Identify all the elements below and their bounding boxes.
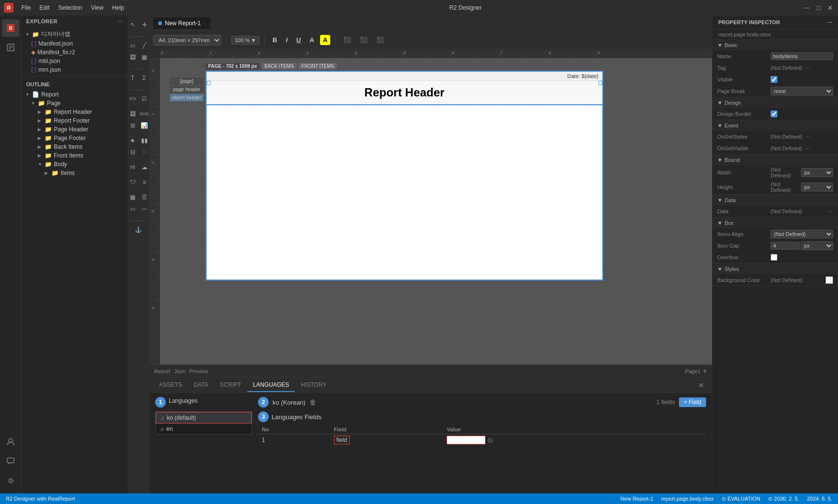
menu-file[interactable]: File <box>17 2 34 13</box>
activity-icon-explorer[interactable] <box>2 39 19 56</box>
move-tool[interactable]: ✛ <box>139 19 150 30</box>
tree-item-mbl-json[interactable]: { } mbl.json <box>21 57 128 65</box>
outline-item-page[interactable]: ▼ 📁 Page <box>21 99 128 108</box>
page-size-select[interactable]: A4, 210mm × 297mm <box>153 35 221 46</box>
outline-item-report-header[interactable]: ▶ 📁 Report Header <box>21 108 128 116</box>
line-tool[interactable]: ╱ <box>139 40 150 51</box>
activity-icon-chat[interactable] <box>2 453 19 470</box>
text-tool[interactable]: T <box>128 73 138 83</box>
close-button[interactable]: ✕ <box>826 4 834 12</box>
rect-tool[interactable]: ▭ <box>128 40 138 51</box>
dots-tool[interactable]: ⁙ <box>139 147 150 158</box>
itemsalign-select[interactable]: (Not Defined) <box>771 230 833 238</box>
maximize-button[interactable]: □ <box>815 4 822 12</box>
tree-item-manifest-r2[interactable]: ◈ Manifest_fix.r2 <box>21 48 128 57</box>
outline-item-report[interactable]: ▼ 📄 Report <box>21 90 128 99</box>
ongetstyles-dots[interactable]: ··· <box>804 133 811 140</box>
prop-section-bound-header[interactable]: ▼ Bound <box>712 155 838 165</box>
outline-item-page-header[interactable]: ▶ 📁 Page Header <box>21 125 128 134</box>
dash-tool[interactable]: — <box>139 204 150 214</box>
prop-section-event-header[interactable]: ▼ Event <box>712 120 838 131</box>
band-page-header[interactable]: page header <box>170 86 204 94</box>
lang-item-ko[interactable]: 𝓐 ko (default) <box>156 412 252 424</box>
visible-checkbox[interactable] <box>771 76 777 83</box>
underline-button[interactable]: U <box>293 35 304 45</box>
align-right-button[interactable]: ⬛ <box>373 35 387 45</box>
pagebreak-select[interactable]: none before after <box>771 87 833 95</box>
tag-dots[interactable]: ··· <box>804 64 811 71</box>
itemgap-input[interactable] <box>771 242 800 250</box>
editor-tab-report[interactable]: New Report-1 · <box>153 17 210 29</box>
back-items-btn[interactable]: BACK ITEMS <box>261 63 297 69</box>
activity-icon-user[interactable] <box>2 433 19 451</box>
heading-tool[interactable]: HI <box>128 162 138 173</box>
height-unit-select[interactable]: pxmm <box>801 183 834 191</box>
preview-tab[interactable]: Preview <box>189 368 208 374</box>
grid-tool[interactable]: ⊞ <box>128 120 138 131</box>
outline-item-back-items[interactable]: ▶ 📁 Back Items <box>21 142 128 151</box>
name-input[interactable] <box>771 52 833 60</box>
outline-item-items[interactable]: ▶ 📁 Items <box>21 169 128 177</box>
itemgap-unit-select[interactable]: pxmm <box>801 241 833 250</box>
band-page[interactable]: [page] <box>170 78 204 85</box>
menu-view[interactable]: View <box>87 2 107 13</box>
align-left-button[interactable]: ⬛ <box>340 35 354 45</box>
tree-item-root-folder[interactable]: ▼ 📁 디자이너앱 <box>21 29 128 39</box>
table-tool[interactable]: ▦ <box>139 52 150 63</box>
canvas-body[interactable] <box>207 105 602 280</box>
outline-item-body[interactable]: ▼ 📁 Body <box>21 160 128 169</box>
prop-section-basic-header[interactable]: ▼ Basic <box>712 40 838 50</box>
menu-help[interactable]: Help <box>108 2 128 13</box>
tree-item-mrn-json[interactable]: { } mrn.json <box>21 65 128 74</box>
bold-button[interactable]: B <box>270 35 280 45</box>
overflow-checkbox[interactable] <box>771 254 777 261</box>
cloud-tool[interactable]: ☁ <box>139 162 150 173</box>
list-tool[interactable]: ≡ <box>139 177 150 188</box>
list2-tool[interactable]: ☰ <box>139 192 150 203</box>
font-highlight-button[interactable]: A <box>320 35 330 45</box>
add-field-btn[interactable]: + Field <box>679 397 706 407</box>
menu-selection[interactable]: Selection <box>54 2 86 13</box>
outline-item-page-footer[interactable]: ▶ 📁 Page Footer <box>21 134 128 142</box>
font-color-button[interactable]: A <box>307 35 317 45</box>
activity-icon-app[interactable]: R <box>2 19 19 37</box>
image-tool[interactable]: 🖼 <box>128 52 138 63</box>
lang-item-en[interactable]: 𝓐 en <box>156 424 252 434</box>
outline-item-front-items[interactable]: ▶ 📁 Front Items <box>21 151 128 160</box>
prop-section-box-header[interactable]: ▼ Box <box>712 218 838 228</box>
delete-row-btn[interactable]: ⊙ <box>487 436 493 444</box>
width-unit-select[interactable]: pxmm <box>801 168 834 177</box>
bgcolor-color-btn[interactable] <box>825 276 833 284</box>
prop-section-design-header[interactable]: ▼ Design <box>712 97 838 108</box>
activity-icon-settings[interactable] <box>2 472 19 489</box>
select-tool[interactable]: ↖ <box>128 19 138 30</box>
img2-tool[interactable]: 🖼 <box>128 109 138 119</box>
table2-tool[interactable]: ▦ <box>128 192 138 203</box>
data-dots[interactable]: ··· <box>826 208 833 215</box>
report-tab[interactable]: Report <box>154 368 170 374</box>
front-items-btn[interactable]: FRONT ITEMS <box>299 63 338 69</box>
zoom-control[interactable]: 100 % ▼ <box>231 36 259 45</box>
json-tab[interactable]: Json <box>174 368 185 374</box>
designborder-checkbox[interactable] <box>771 110 777 117</box>
tab-close-btn[interactable]: · <box>204 19 206 27</box>
ongetvisible-dots[interactable]: ··· <box>804 145 811 152</box>
prop-section-data-header[interactable]: ▼ Data <box>712 195 838 205</box>
shield-tool[interactable]: 🛡 <box>128 177 138 188</box>
star-tool[interactable]: ★ <box>128 135 138 146</box>
tab-assets[interactable]: ASSETS <box>153 378 188 392</box>
field-value-input[interactable] <box>447 436 485 444</box>
anchor-tool[interactable]: ⚓ <box>133 224 144 235</box>
lang-delete-btn[interactable]: 🗑 <box>309 398 316 406</box>
code-tool[interactable]: <> <box>128 94 138 104</box>
band-report-header[interactable]: report header <box>170 94 204 102</box>
tab-languages[interactable]: LANGUAGES <box>247 378 295 392</box>
bottom-panel-close[interactable]: ✕ <box>694 381 708 389</box>
symbol-tool[interactable]: Σ <box>139 73 150 83</box>
explorer-menu-btn[interactable]: ··· <box>117 18 123 24</box>
align-center-button[interactable]: ⬛ <box>357 35 371 45</box>
checkbox-tool[interactable]: ☑ <box>139 94 150 104</box>
chart-tool[interactable]: 📊 <box>139 120 150 131</box>
grid2-tool[interactable]: ⊟ <box>128 147 138 158</box>
menu-edit[interactable]: Edit <box>35 2 53 13</box>
